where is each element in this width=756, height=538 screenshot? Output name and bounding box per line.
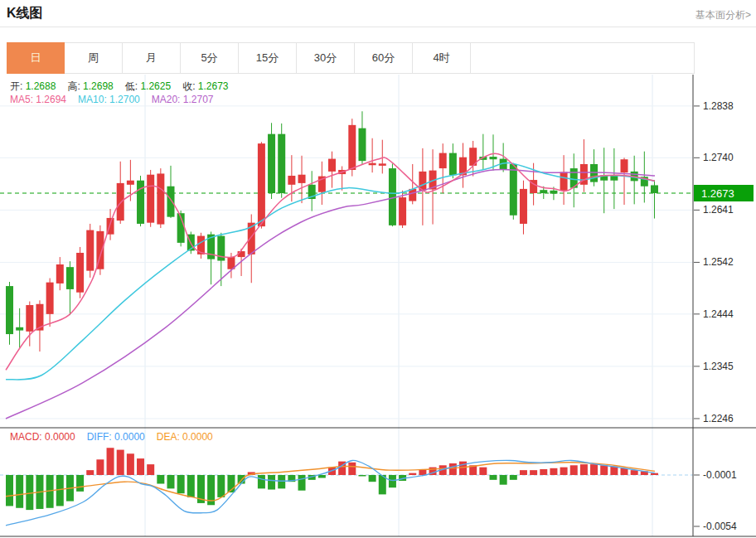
svg-text:1.2740: 1.2740 — [703, 152, 734, 163]
candle — [560, 172, 568, 191]
ohlc-legend: 开: 1.2688高: 1.2698低: 1.2625收: 1.2673 — [10, 80, 240, 94]
candle — [6, 286, 13, 334]
candle — [268, 134, 275, 193]
candle — [399, 197, 406, 225]
legend-item: 高: 1.2698 — [67, 80, 113, 92]
ma-legend: MA5: 1.2694MA10: 1.2700MA20: 1.2707 — [10, 94, 225, 105]
candle — [127, 181, 134, 185]
macd-bar — [107, 448, 114, 475]
candle — [46, 283, 54, 314]
macd-bar — [298, 475, 306, 491]
macd-bar — [358, 475, 366, 477]
macd-bar — [157, 475, 164, 484]
svg-text:1.2444: 1.2444 — [703, 308, 734, 320]
candle — [66, 267, 74, 289]
candle — [348, 125, 356, 170]
candle — [288, 176, 295, 185]
legend-item: 开: 1.2688 — [10, 80, 56, 92]
macd-legend: MACD: 0.0000DIFF: 0.0000DEA: 0.0000 — [10, 431, 225, 443]
svg-text:-0.0054: -0.0054 — [703, 521, 737, 532]
candle — [56, 264, 64, 284]
macd-bar — [459, 462, 467, 475]
candle — [389, 168, 396, 225]
macd-bar — [580, 464, 588, 475]
legend-item: DIFF: 0.0000 — [87, 431, 145, 443]
macd-bar — [187, 475, 195, 497]
tab-5分[interactable]: 5分 — [181, 43, 239, 73]
candle — [76, 253, 84, 293]
candle — [550, 191, 557, 194]
svg-text:-0.0001: -0.0001 — [703, 469, 737, 481]
candle — [489, 157, 497, 159]
macd-bar — [258, 475, 265, 488]
macd-bar — [348, 463, 356, 475]
candle — [651, 185, 658, 193]
candle — [167, 187, 174, 217]
candle — [278, 134, 285, 193]
macd-bar — [600, 465, 608, 475]
macd-bar — [167, 475, 174, 488]
tab-4时[interactable]: 4时 — [413, 43, 471, 73]
legend-item: MA10: 1.2700 — [78, 94, 140, 105]
candle — [610, 176, 618, 181]
macd-bar — [147, 464, 154, 475]
macd-bar — [86, 470, 94, 475]
macd-bar — [96, 459, 104, 475]
macd-bar — [278, 475, 285, 488]
tab-月[interactable]: 月 — [123, 43, 181, 73]
fundamental-analysis-link[interactable]: 基本面分析> — [695, 8, 751, 22]
candle — [26, 305, 33, 332]
svg-text:1.2673: 1.2673 — [701, 187, 734, 200]
legend-item: MACD: 0.0000 — [10, 431, 75, 443]
macd-bar — [449, 463, 457, 475]
candle — [379, 163, 386, 166]
tab-15分[interactable]: 15分 — [239, 43, 297, 73]
tab-周[interactable]: 周 — [65, 43, 123, 73]
macd-bar — [631, 470, 638, 475]
svg-text:1.2246: 1.2246 — [703, 413, 734, 424]
tab-60分[interactable]: 60分 — [355, 43, 413, 73]
header-divider — [0, 27, 756, 27]
macd-bar — [127, 453, 134, 475]
legend-item: MA5: 1.2694 — [10, 94, 66, 105]
macd-bar — [409, 473, 416, 475]
tab-30分[interactable]: 30分 — [297, 43, 355, 73]
candle — [258, 143, 265, 226]
candle — [590, 164, 598, 182]
legend-item: MA20: 1.2707 — [152, 94, 214, 105]
legend-item: 收: 1.2673 — [182, 80, 228, 92]
candle — [157, 173, 164, 224]
candle — [147, 175, 154, 223]
macd-bar — [510, 475, 517, 480]
macd-bar — [570, 465, 578, 475]
svg-text:1.2641: 1.2641 — [703, 204, 734, 216]
macd-bar — [540, 469, 547, 475]
macd-bar — [137, 458, 144, 475]
macd-bar — [530, 470, 537, 475]
tab-日[interactable]: 日 — [7, 42, 65, 74]
macd-bar — [217, 475, 225, 497]
candle — [449, 153, 457, 176]
macd-bar — [489, 475, 497, 480]
macd-bar — [76, 475, 84, 492]
macd-bar — [16, 475, 23, 508]
candle — [369, 163, 376, 166]
macd-bar — [6, 475, 13, 506]
legend-item: DEA: 0.0000 — [157, 431, 213, 443]
macd-bar — [318, 475, 326, 478]
legend-item: 低: 1.2625 — [125, 80, 171, 92]
candle — [16, 327, 23, 331]
macd-bar — [56, 475, 64, 506]
macd-bar — [369, 475, 376, 482]
macd-bar — [389, 475, 396, 487]
candle — [520, 189, 527, 224]
interval-tabbar: 日周月5分15分30分60分4时 — [7, 42, 695, 74]
macd-bar — [590, 464, 598, 475]
candle — [86, 230, 94, 271]
macd-bar — [117, 450, 124, 475]
macd-bar — [268, 475, 275, 490]
macd-bar — [550, 468, 557, 475]
svg-text:1.2838: 1.2838 — [703, 100, 734, 112]
candle — [540, 190, 547, 193]
candle — [298, 175, 306, 183]
